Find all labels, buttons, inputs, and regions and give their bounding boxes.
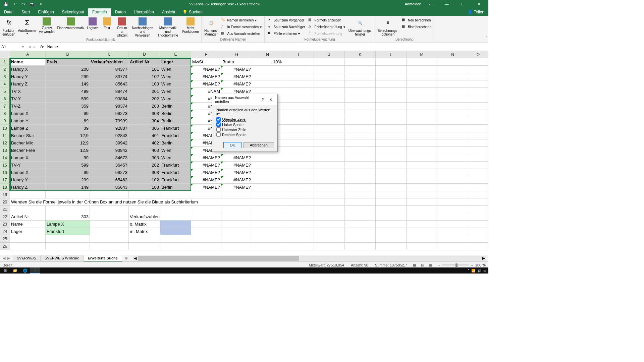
cell[interactable] — [283, 198, 314, 206]
cell[interactable] — [468, 221, 488, 228]
cell[interactable] — [252, 191, 283, 198]
cell[interactable]: 303 — [46, 213, 90, 221]
cell[interactable] — [345, 228, 376, 235]
cell[interactable] — [437, 117, 468, 125]
cell[interactable]: Brutto — [221, 58, 252, 66]
row-header-22[interactable]: 22 — [0, 213, 10, 221]
cell[interactable] — [407, 184, 437, 191]
cell[interactable] — [437, 66, 468, 73]
cell[interactable] — [468, 235, 488, 243]
dialog-help-icon[interactable]: ? — [259, 96, 267, 103]
cell[interactable] — [345, 147, 376, 154]
cell[interactable] — [407, 213, 437, 221]
cell[interactable]: 84673 — [90, 154, 129, 162]
cell[interactable] — [314, 213, 345, 221]
cell[interactable] — [345, 176, 376, 184]
cell[interactable]: 299 — [46, 73, 90, 80]
cell[interactable] — [283, 80, 314, 88]
row-header-6[interactable]: 6 — [0, 95, 10, 103]
cell[interactable] — [252, 66, 283, 73]
cell[interactable]: Name — [10, 221, 46, 228]
cell[interactable] — [46, 235, 90, 243]
cell[interactable]: 599 — [46, 95, 90, 103]
cell[interactable] — [437, 88, 468, 95]
cell[interactable]: #NAME? — [191, 80, 221, 88]
cell[interactable]: 99 — [46, 110, 90, 117]
cell[interactable]: Frankfurt — [160, 125, 191, 132]
row-header-9[interactable]: 9 — [0, 117, 10, 125]
cell[interactable] — [407, 73, 437, 80]
cell[interactable] — [345, 221, 376, 228]
tab-datei[interactable]: Datei — [0, 8, 17, 16]
cell[interactable] — [407, 95, 437, 103]
cell[interactable] — [252, 154, 283, 162]
cell[interactable] — [160, 206, 191, 213]
cell[interactable]: Frankfurt — [160, 132, 191, 139]
cell[interactable]: Handy Y — [10, 176, 46, 184]
edge-icon[interactable]: 🌐 — [20, 267, 30, 274]
cell[interactable]: Wien — [160, 66, 191, 73]
cell[interactable] — [437, 221, 468, 228]
cell[interactable]: 299 — [46, 176, 90, 184]
cell[interactable] — [437, 103, 468, 110]
row-header-24[interactable]: 24 — [0, 228, 10, 235]
row-header-16[interactable]: 16 — [0, 169, 10, 176]
cell[interactable] — [437, 198, 468, 206]
cell[interactable] — [376, 80, 407, 88]
cell[interactable] — [252, 73, 283, 80]
cell[interactable] — [437, 206, 468, 213]
cell[interactable]: Frankfurt — [160, 176, 191, 184]
cell[interactable] — [345, 132, 376, 139]
col-header-A[interactable]: A — [10, 51, 46, 58]
cell[interactable] — [314, 73, 345, 80]
cell[interactable] — [437, 147, 468, 154]
cell[interactable] — [129, 206, 160, 213]
cell[interactable] — [160, 213, 191, 221]
maximize-icon[interactable]: ☐ — [456, 0, 470, 8]
error-check-button[interactable]: ⚠Fehlerüberprüfung ▾ — [307, 23, 346, 30]
cell[interactable] — [407, 176, 437, 184]
cell[interactable] — [468, 191, 488, 198]
cell[interactable] — [314, 184, 345, 191]
cell[interactable] — [283, 221, 314, 228]
cell[interactable] — [407, 221, 437, 228]
cell[interactable] — [376, 88, 407, 95]
row-header-4[interactable]: 4 — [0, 80, 10, 88]
right-col-checkbox[interactable]: Rechter Spalte — [216, 132, 273, 137]
normal-view-icon[interactable]: ▦ — [411, 262, 418, 268]
cell[interactable] — [468, 147, 488, 154]
cell[interactable] — [468, 66, 488, 73]
cell[interactable] — [376, 228, 407, 235]
cell[interactable]: Becher Star — [10, 132, 46, 139]
cell[interactable] — [314, 228, 345, 235]
cell[interactable]: 12,9 — [46, 139, 90, 147]
cell[interactable] — [345, 235, 376, 243]
cell[interactable] — [46, 206, 90, 213]
row-header-21[interactable]: 21 — [0, 206, 10, 213]
cell[interactable] — [407, 58, 437, 66]
row-header-25[interactable]: 25 — [0, 235, 10, 243]
cell[interactable] — [283, 154, 314, 162]
cell[interactable]: 149 — [46, 184, 90, 191]
tab-einfügen[interactable]: Einfügen — [34, 8, 58, 16]
cell[interactable] — [252, 169, 283, 176]
cell[interactable] — [407, 80, 437, 88]
sheet-tab-1[interactable]: SVERWEIS Wildcard — [41, 255, 84, 261]
cell[interactable]: 36457 — [90, 162, 129, 169]
cell[interactable] — [90, 191, 129, 198]
cell[interactable] — [407, 139, 437, 147]
cell[interactable] — [437, 235, 468, 243]
cell[interactable] — [314, 88, 345, 95]
cell[interactable] — [376, 206, 407, 213]
cell[interactable]: #NAME? — [191, 73, 221, 80]
cell[interactable] — [314, 95, 345, 103]
cell[interactable]: 65463 — [90, 176, 129, 184]
logical-button[interactable]: Logisch — [86, 17, 100, 31]
redo-icon[interactable]: ↷ — [20, 1, 27, 7]
cell[interactable] — [46, 191, 90, 198]
cell[interactable] — [468, 103, 488, 110]
sheet-nav-prev-icon[interactable]: ◀ — [3, 256, 5, 260]
col-header-I[interactable]: I — [283, 51, 314, 58]
cell[interactable] — [10, 235, 46, 243]
row-header-1[interactable]: 1 — [0, 58, 10, 66]
